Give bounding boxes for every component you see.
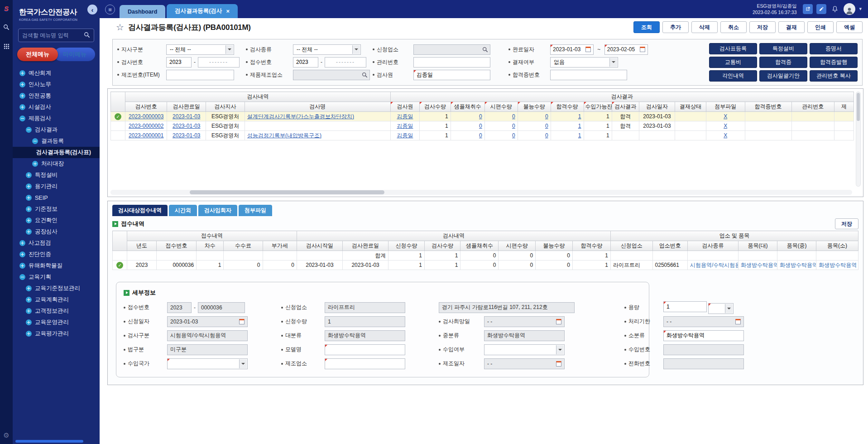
edit-icon[interactable] xyxy=(816,4,826,14)
calendar-icon[interactable] xyxy=(556,319,561,324)
capacity-unit-select[interactable] xyxy=(708,303,734,314)
inspection-name-link[interactable]: 성능검정기록부(내압방폭구조) xyxy=(247,132,321,139)
calendar-icon[interactable] xyxy=(239,319,245,324)
sidebar-item-hr[interactable]: 인사노무 xyxy=(13,79,100,90)
deadline-field[interactable]: - - xyxy=(663,316,744,327)
col-header[interactable]: 차수 xyxy=(197,241,224,251)
col-header[interactable]: 검사지사 xyxy=(206,102,245,112)
engraving-button[interactable]: 각인내역 xyxy=(709,70,757,82)
grid-hscrollbar[interactable] xyxy=(110,190,852,195)
apply-qty-input[interactable] xyxy=(325,316,405,327)
table-row[interactable]: 2023-0000002 2023-01-03 ESG경영처 김종일 1 0 0… xyxy=(111,121,854,131)
sidebar-item-result-register-sheet[interactable]: 검사결과등록(검사표) xyxy=(13,147,100,158)
col-header[interactable]: 업소번호 xyxy=(652,241,688,251)
calendar-icon[interactable] xyxy=(735,319,741,324)
transport-fee-button[interactable]: 교통비 xyxy=(709,57,757,68)
col-header[interactable]: 첨부파일 xyxy=(706,102,745,112)
pass-cert-button[interactable]: 합격증 xyxy=(759,57,807,68)
import-flag-select[interactable] xyxy=(484,344,565,355)
inspection-no-link[interactable]: 2023-0000002 xyxy=(129,123,163,129)
receipt-save-button[interactable]: 저장 xyxy=(835,218,858,229)
settings-gear-icon[interactable]: ⚙ xyxy=(3,431,9,439)
sidebar-item-inspection-result[interactable]: 검사결과 xyxy=(13,124,100,135)
col-header[interactable]: 품목(대) xyxy=(738,241,777,251)
inspection-no-seq-input[interactable] xyxy=(198,57,240,68)
sidebar-item-product-inspection[interactable]: 제품검사 xyxy=(13,113,100,124)
col-header[interactable]: 검사시작일 xyxy=(297,241,342,251)
receipt-no-year-input[interactable] xyxy=(293,57,318,68)
complete-date-link[interactable]: 2023-01-03 xyxy=(173,113,200,120)
fail-qty-link[interactable]: 0 xyxy=(545,132,548,139)
my-menu-button[interactable]: 마이메뉴 xyxy=(54,48,95,61)
col-header[interactable]: 불능수량 xyxy=(518,102,551,112)
col-header[interactable]: 합격수량 xyxy=(573,241,611,251)
rail-search-icon[interactable] xyxy=(3,24,10,32)
col-header[interactable]: 제 xyxy=(834,102,854,112)
excel-button[interactable]: 엑셀 xyxy=(836,21,863,33)
add-button[interactable]: 추가 xyxy=(662,21,689,33)
scrollbar-thumb[interactable] xyxy=(857,93,860,121)
item-no-input[interactable] xyxy=(166,70,234,80)
sidebar-item-safety[interactable]: 안전공통 xyxy=(13,90,100,101)
tab-overtime[interactable]: 시간외 xyxy=(169,205,197,216)
inspection-no-link[interactable]: 2023-0000001 xyxy=(129,132,163,139)
col-header[interactable]: 검사명 xyxy=(245,102,390,112)
receipt-year-input[interactable] xyxy=(167,302,192,313)
search-icon[interactable] xyxy=(84,32,90,39)
inspector-link[interactable]: 김종일 xyxy=(397,113,413,120)
fail-qty-link[interactable]: 0 xyxy=(545,123,548,129)
sidebar-item-edu-standard[interactable]: 교육기준정보관리 xyxy=(13,283,100,294)
col-header[interactable]: 신청업소 xyxy=(610,241,652,251)
mgmt-no-input[interactable] xyxy=(413,57,490,68)
manufacturer-input[interactable] xyxy=(325,358,405,369)
avatar[interactable] xyxy=(844,3,855,15)
calendar-icon[interactable] xyxy=(640,47,645,52)
scrollbar-thumb[interactable] xyxy=(190,190,384,194)
favorite-star-icon[interactable]: ☆ xyxy=(116,22,124,33)
sidebar-item-factory-audit[interactable]: 공장심사 xyxy=(13,226,100,237)
inspection-no-link[interactable]: 2023-0000003 xyxy=(129,113,163,120)
specimen-qty-link[interactable]: 0 xyxy=(512,132,515,139)
calendar-icon[interactable] xyxy=(556,361,561,367)
sidebar-item-edu-evaluation[interactable]: 교육평가관리 xyxy=(13,328,100,339)
approve-button[interactable]: 결재 xyxy=(778,21,805,33)
law-type-input[interactable] xyxy=(167,344,248,355)
branch-select[interactable]: -- 전체 -- xyxy=(166,44,234,55)
cert-no-input[interactable] xyxy=(550,70,627,80)
cancel-button[interactable]: 취소 xyxy=(720,21,747,33)
inspector-link[interactable]: 김종일 xyxy=(397,132,413,139)
category-small-input[interactable] xyxy=(663,330,744,341)
col-header[interactable]: 부가세 xyxy=(263,241,297,251)
col-header[interactable]: 수입가능잔량 xyxy=(584,102,612,112)
attachment-link[interactable]: X xyxy=(724,113,727,120)
sidebar-item-accident[interactable]: 사고점검 xyxy=(13,237,100,249)
import-no-input[interactable] xyxy=(663,344,744,355)
sidebar-item-result-register[interactable]: 결과등록 xyxy=(13,135,100,147)
pass-qty-link[interactable]: 1 xyxy=(578,132,581,139)
calendar-icon[interactable] xyxy=(585,47,591,52)
popout-icon[interactable] xyxy=(803,4,813,14)
specimen-qty-link[interactable]: 0 xyxy=(512,123,515,129)
sidebar-hscrollbar[interactable] xyxy=(15,440,83,443)
sidebar-item-edu-operation[interactable]: 교육운영관리 xyxy=(13,317,100,328)
hamburger-menu-icon[interactable]: ≡ xyxy=(105,5,115,14)
col-header[interactable]: 검사번호 xyxy=(125,102,167,112)
product-maker-input[interactable] xyxy=(293,70,370,80)
attachment-link[interactable]: X xyxy=(724,132,727,139)
applicant-input[interactable] xyxy=(413,44,490,55)
col-header[interactable]: 시편수량 xyxy=(499,241,536,251)
pass-cert-issue-button[interactable]: 합격증발행 xyxy=(810,57,858,68)
col-header[interactable]: 합격수량 xyxy=(551,102,584,112)
col-header[interactable]: 품목(소) xyxy=(816,241,858,251)
manufacture-date-field[interactable]: - - xyxy=(484,358,565,369)
sidebar-item-ledger[interactable]: 처리대장 xyxy=(13,158,100,169)
mgmt-no-copy-button[interactable]: 관리번호 복사 xyxy=(810,70,858,82)
col-header[interactable]: 검사원 xyxy=(390,102,419,112)
col-header[interactable]: 샘플채취수 xyxy=(460,241,499,251)
sample-qty-link[interactable]: 0 xyxy=(479,132,482,139)
complete-date-link[interactable]: 2023-01-03 xyxy=(173,123,200,129)
col-header[interactable]: 샘플채취수 xyxy=(451,102,484,112)
menu-search-input[interactable] xyxy=(22,32,84,39)
table-row[interactable]: ✓ 2023 0000036 1 0 0 2023-01-03 2023-01-… xyxy=(113,261,858,270)
company-address-input[interactable] xyxy=(439,302,575,313)
